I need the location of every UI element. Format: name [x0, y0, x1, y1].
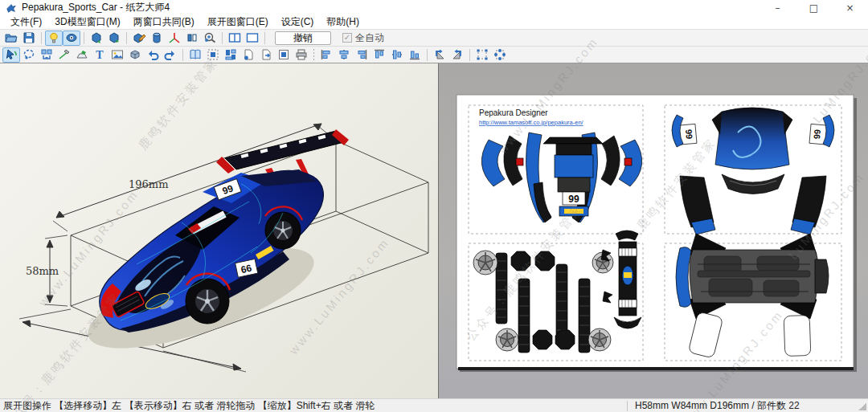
auto-unfold-checkbox[interactable]: ✓ 全自动 — [342, 31, 384, 45]
bounding-select-icon — [476, 48, 489, 61]
model-3d-viewport[interactable]: 196mm 58mm 84mm — [0, 63, 439, 399]
open-folder-icon — [5, 31, 18, 44]
mirror-icon — [186, 31, 199, 44]
align-center-h-icon — [338, 48, 350, 61]
window-title: Pepakura_Sports_Car - 纸艺大师4 — [22, 1, 170, 14]
svg-text:T: T — [96, 49, 104, 61]
eye-magnifier-icon — [203, 31, 216, 44]
select-parts-button[interactable] — [204, 47, 222, 63]
light-toggle-icon — [47, 31, 60, 44]
save-button[interactable] — [20, 31, 38, 46]
menu-bar: 文件(F) 3D模型窗口(M) 两窗口共同(B) 展开图窗口(E) 设定(C) … — [0, 15, 868, 29]
bounding-select-button[interactable] — [473, 47, 491, 63]
page-add-button[interactable] — [240, 47, 257, 63]
cube-3d-icon — [129, 48, 141, 61]
auto-layout-button[interactable] — [222, 47, 240, 63]
align-right-button[interactable] — [353, 47, 371, 63]
snap-points-icon — [493, 48, 506, 61]
book-icon — [189, 48, 202, 61]
cursor-rotate-icon — [5, 48, 18, 61]
rotate-view-left-button[interactable] — [88, 31, 105, 46]
auto-layout-icon — [224, 48, 237, 61]
text-tool-button[interactable]: T — [91, 47, 108, 63]
rotate-view-right-button[interactable] — [105, 31, 123, 46]
align-bottom-icon — [408, 48, 421, 61]
undo-button[interactable] — [144, 47, 162, 63]
align-top-icon — [373, 48, 386, 61]
texture-toggle-button[interactable] — [63, 31, 80, 46]
edit-model-button[interactable] — [130, 31, 148, 46]
page-export-icon — [277, 48, 290, 61]
menu-pattern-window[interactable]: 展开图窗口(E) — [201, 14, 275, 30]
page-next-button[interactable] — [257, 47, 275, 63]
align-middle-icon — [391, 48, 403, 61]
open-button[interactable] — [2, 31, 20, 46]
align-middle-button[interactable] — [388, 47, 406, 63]
lasso-icon — [23, 48, 35, 61]
undo-action-button[interactable]: 撤销 — [275, 31, 331, 45]
minimize-button[interactable]: – — [760, 0, 796, 15]
lasso-select-button[interactable] — [20, 47, 38, 63]
image-tool-icon — [111, 48, 124, 61]
axes-icon — [168, 31, 181, 44]
status-divider — [627, 401, 628, 411]
title-bar[interactable]: Pepakura_Sports_Car - 纸艺大师4 – □ × — [0, 0, 868, 15]
status-hint-text: 展开图操作 【选择移动】左 【表示移动】右 或者 滑轮拖动 【缩放】Shift+… — [0, 399, 375, 412]
pattern-header-url: http://www.tamasoft.co.jp/pepakura-en/ — [479, 119, 584, 126]
light-toggle-button[interactable] — [45, 31, 63, 46]
redo-arrow-icon — [164, 48, 177, 61]
pattern-hood-number-left: 66 — [683, 128, 694, 139]
status-bar: 展开图操作 【选择移动】左 【表示移动】右 或者 滑轮拖动 【缩放】Shift+… — [0, 398, 868, 412]
split-view-button[interactable] — [226, 31, 244, 46]
dim-height-label: 58mm — [26, 265, 59, 277]
axes-button[interactable] — [166, 31, 183, 46]
toolbar-main: 撤销 ✓ 全自动 — [0, 29, 868, 46]
mirror-button[interactable] — [183, 31, 201, 46]
dimension-height: 58mm — [26, 235, 68, 306]
primitive-button[interactable] — [148, 31, 166, 46]
snap-points-button[interactable] — [491, 47, 509, 63]
align-left-button[interactable] — [317, 47, 335, 63]
undo-arrow-icon — [146, 48, 159, 61]
dim-length-label: 196mm — [129, 178, 168, 190]
menu-file[interactable]: 文件(F) — [4, 14, 48, 30]
draw-line-icon — [58, 48, 71, 61]
show-3d-button[interactable] — [126, 47, 144, 63]
redo-button[interactable] — [162, 47, 179, 63]
align-bottom-button[interactable] — [406, 47, 424, 63]
page-next-icon — [260, 48, 272, 61]
cube-pencil-icon — [133, 31, 145, 44]
rotate-part-right-icon — [451, 48, 464, 61]
menu-3d-window[interactable]: 3D模型窗口(M) — [48, 14, 126, 30]
print-button[interactable] — [293, 47, 310, 63]
page-export-button[interactable] — [275, 47, 293, 63]
menu-settings[interactable]: 设定(C) — [275, 14, 321, 30]
resize-grip-icon[interactable] — [858, 402, 866, 410]
rotate-part-right-button[interactable] — [448, 47, 466, 63]
checkbox-check-icon: ✓ — [342, 33, 352, 43]
maximize-button[interactable]: □ — [796, 0, 832, 15]
auto-unfold-label: 全自动 — [355, 31, 384, 45]
view-reset-button[interactable] — [201, 31, 219, 46]
edit-flaps-button[interactable] — [73, 47, 91, 63]
menu-help[interactable]: 帮助(H) — [320, 14, 366, 30]
textured-view-icon — [65, 31, 78, 44]
menu-both-windows[interactable]: 两窗口共同(B) — [127, 14, 201, 30]
select-move-button[interactable] — [2, 47, 20, 63]
align-center-h-button[interactable] — [335, 47, 353, 63]
page-add-icon — [242, 48, 255, 61]
pattern-header-title: Pepakura Designer — [479, 108, 548, 117]
car-3d-model: 99 66 — [77, 129, 349, 369]
pattern-hood-number-right: 66 — [812, 128, 822, 139]
book-button[interactable] — [186, 47, 204, 63]
printer-icon — [295, 48, 308, 61]
one-pane-icon — [246, 31, 259, 44]
align-top-button[interactable] — [371, 47, 388, 63]
image-tool-button[interactable] — [108, 47, 126, 63]
draw-line-button[interactable] — [55, 47, 73, 63]
divide-parts-button[interactable] — [38, 47, 55, 63]
close-button[interactable]: × — [832, 0, 868, 15]
single-view-button[interactable] — [244, 31, 261, 46]
pattern-2d-viewport[interactable]: Pepakura Designer http://www.tamasoft.co… — [439, 63, 868, 399]
rotate-part-left-button[interactable] — [431, 47, 448, 63]
